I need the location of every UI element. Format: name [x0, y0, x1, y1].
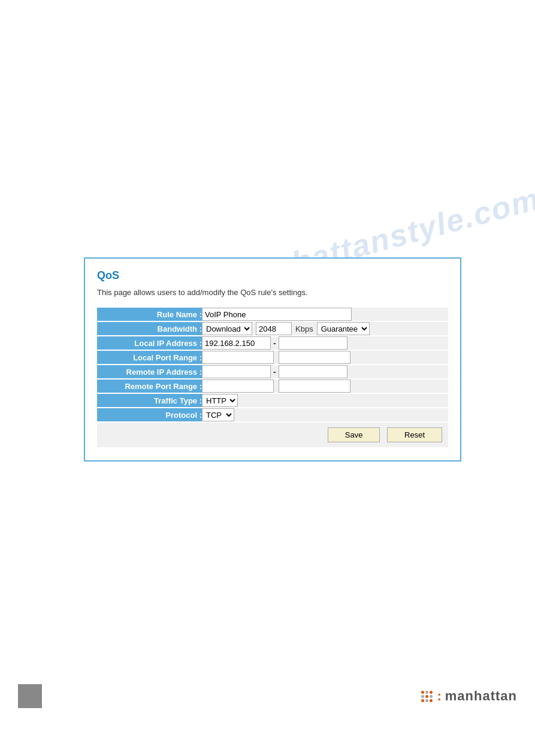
qos-form-table: Rule Name : Bandwidth : Download Upload …: [97, 308, 448, 448]
remote-ip-separator: -: [273, 367, 276, 377]
qos-title: QoS: [97, 269, 448, 282]
local-ip-end-input[interactable]: [279, 336, 347, 350]
bandwidth-row: Bandwidth : Download Upload Kbps Guarant…: [97, 321, 448, 336]
bandwidth-controls: Download Upload Kbps Guarantee Maximum: [202, 322, 448, 335]
save-button[interactable]: Save: [328, 427, 380, 442]
local-port-end-input[interactable]: [279, 351, 350, 364]
gray-square-icon: [18, 684, 42, 708]
remote-port-end-input[interactable]: [279, 379, 350, 393]
local-ip-start-input[interactable]: [202, 336, 271, 350]
logo-dot-4: [421, 695, 424, 698]
local-ip-separator: -: [273, 338, 276, 348]
local-ip-label: Local IP Address :: [97, 336, 202, 350]
logo-dot-5: [425, 695, 428, 698]
qos-container: QoS This page allows users to add/modify…: [84, 257, 461, 462]
kbps-label: Kbps: [295, 324, 313, 333]
protocol-select[interactable]: TCP UDP Both: [202, 408, 234, 421]
qos-description: This page allows users to add/modify the…: [97, 288, 448, 297]
buttons-value-cell: Save Reset: [202, 422, 448, 448]
remote-ip-row: Remote IP Address : -: [97, 365, 448, 379]
protocol-value-cell: TCP UDP Both: [202, 408, 448, 422]
rule-name-label: Rule Name :: [97, 308, 202, 321]
local-port-value-cell: [202, 350, 448, 365]
traffic-type-value-cell: HTTP FTP DNS Other: [202, 393, 448, 408]
local-ip-value-cell: -: [202, 336, 448, 350]
manhattan-logo: : manhattan: [421, 688, 517, 704]
logo-dot-2: [425, 691, 428, 694]
remote-ip-controls: -: [202, 365, 448, 378]
traffic-type-row: Traffic Type : HTTP FTP DNS Other: [97, 393, 448, 408]
local-port-label: Local Port Range :: [97, 350, 202, 365]
protocol-row: Protocol : TCP UDP Both: [97, 408, 448, 422]
local-port-row: Local Port Range :: [97, 350, 448, 365]
buttons-row: Save Reset: [97, 422, 448, 448]
bandwidth-value-cell: Download Upload Kbps Guarantee Maximum: [202, 321, 448, 336]
remote-ip-label: Remote IP Address :: [97, 365, 202, 379]
remote-port-controls: [202, 379, 448, 393]
logo-dot-7: [421, 699, 424, 702]
logo-dot-6: [430, 695, 433, 698]
rule-name-input[interactable]: [202, 308, 352, 321]
logo-dot-8: [425, 699, 428, 702]
logo-dot-9: [430, 699, 433, 702]
page-wrapper: manhattanstyle.com QoS This page allows …: [0, 0, 535, 756]
remote-port-label: Remote Port Range :: [97, 379, 202, 393]
remote-port-value-cell: [202, 379, 448, 393]
traffic-type-select[interactable]: HTTP FTP DNS Other: [202, 394, 238, 407]
traffic-type-label: Traffic Type :: [97, 393, 202, 408]
local-port-controls: [202, 351, 448, 364]
bandwidth-direction-select[interactable]: Download Upload: [202, 322, 252, 335]
remote-ip-start-input[interactable]: [202, 365, 271, 378]
remote-port-start-input[interactable]: [202, 379, 274, 393]
local-ip-controls: -: [202, 336, 448, 350]
logo-colon: :: [437, 688, 442, 704]
local-port-start-input[interactable]: [202, 351, 274, 364]
bottom-bar: : manhattan: [0, 684, 535, 708]
logo-text: manhattan: [445, 688, 517, 704]
remote-port-row: Remote Port Range :: [97, 379, 448, 393]
reset-button[interactable]: Reset: [387, 427, 442, 442]
bandwidth-type-select[interactable]: Guarantee Maximum: [317, 322, 370, 335]
remote-ip-end-input[interactable]: [279, 365, 347, 378]
bandwidth-input[interactable]: [256, 322, 292, 335]
local-ip-row: Local IP Address : -: [97, 336, 448, 350]
logo-dot-3: [430, 691, 433, 694]
buttons-label-cell: [97, 422, 202, 448]
rule-name-value-cell: [202, 308, 448, 321]
logo-dot-group: [421, 691, 433, 702]
logo-dot-1: [421, 691, 424, 694]
rule-name-row: Rule Name :: [97, 308, 448, 321]
remote-ip-value-cell: -: [202, 365, 448, 379]
bandwidth-label: Bandwidth :: [97, 321, 202, 336]
protocol-label: Protocol :: [97, 408, 202, 422]
